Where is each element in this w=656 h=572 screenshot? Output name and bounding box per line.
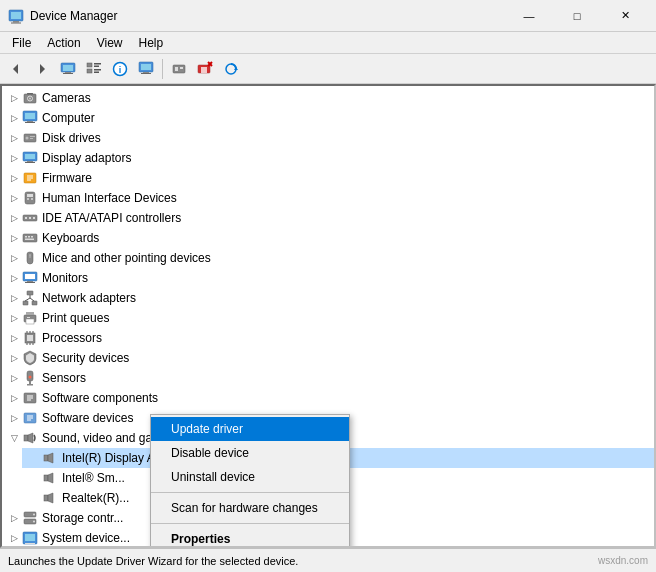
tree-item-sensors[interactable]: ▷ Sensors	[2, 368, 654, 388]
expander-ide[interactable]: ▷	[6, 210, 22, 226]
context-menu: Update driver Disable device Uninstall d…	[150, 414, 350, 548]
minimize-button[interactable]: —	[506, 0, 552, 32]
expander-sound[interactable]: ▽	[6, 430, 22, 446]
menu-file[interactable]: File	[4, 34, 39, 52]
tree-item-monitors[interactable]: ▷ Monitors	[2, 268, 654, 288]
display-label: Display adaptors	[42, 151, 131, 165]
svg-point-113	[33, 521, 35, 523]
svg-rect-36	[27, 93, 33, 95]
ctx-uninstall-device[interactable]: Uninstall device	[151, 465, 349, 489]
svg-point-93	[29, 376, 32, 379]
device-manager-icon	[8, 8, 24, 24]
svg-rect-60	[33, 217, 35, 219]
tree-item-firmware[interactable]: ▷ Firmware	[2, 168, 654, 188]
menu-view[interactable]: View	[89, 34, 131, 52]
tree-item-keyboards[interactable]: ▷ Keyboards	[2, 228, 654, 248]
svg-rect-116	[25, 543, 35, 544]
menu-help[interactable]: Help	[131, 34, 172, 52]
svg-rect-44	[30, 138, 33, 139]
svg-rect-11	[94, 63, 101, 65]
expander-cameras[interactable]: ▷	[6, 90, 22, 106]
computer-icon-btn[interactable]	[56, 57, 80, 81]
expander-system[interactable]: ▷	[6, 530, 22, 546]
info-icon-btn[interactable]: i	[108, 57, 132, 81]
storage-label: Storage contr...	[42, 511, 123, 525]
expander-print[interactable]: ▷	[6, 310, 22, 326]
svg-text:i: i	[119, 65, 122, 75]
svg-rect-20	[143, 72, 149, 73]
software-components-label: Software components	[42, 391, 158, 405]
maximize-button[interactable]: □	[554, 0, 600, 32]
tree-item-cameras[interactable]: ▷ Cameras	[2, 88, 654, 108]
svg-rect-10	[87, 63, 92, 67]
back-button[interactable]	[4, 57, 28, 81]
ide-label: IDE ATA/ATAPI controllers	[42, 211, 181, 225]
tree-item-ide[interactable]: ▷ IDE ATA/ATAPI controllers	[2, 208, 654, 228]
expander-mice[interactable]: ▷	[6, 250, 22, 266]
svg-marker-105	[48, 453, 53, 463]
processors-icon	[22, 330, 38, 346]
expander-security[interactable]: ▷	[6, 350, 22, 366]
expander-display[interactable]: ▷	[6, 150, 22, 166]
tree-item-processors[interactable]: ▷ Processors	[2, 328, 654, 348]
svg-rect-40	[25, 122, 35, 123]
ctx-properties[interactable]: Properties	[151, 527, 349, 548]
expander-network[interactable]: ▷	[6, 290, 22, 306]
svg-rect-80	[26, 319, 34, 324]
tree-item-network[interactable]: ▷ Network adapters	[2, 288, 654, 308]
svg-marker-4	[13, 64, 18, 74]
software-devices-label: Software devices	[42, 411, 133, 425]
tree-item-mice[interactable]: ▷ Mice and other pointing devices	[2, 248, 654, 268]
svg-point-67	[29, 255, 31, 257]
tree-item-software-components[interactable]: ▷ Software components	[2, 388, 654, 408]
expander-keyboards[interactable]: ▷	[6, 230, 22, 246]
tree-item-display[interactable]: ▷ Display adaptors	[2, 148, 654, 168]
expander-computer[interactable]: ▷	[6, 110, 22, 126]
svg-rect-12	[94, 65, 99, 67]
svg-rect-106	[44, 475, 48, 481]
svg-rect-38	[25, 113, 35, 119]
svg-rect-71	[25, 282, 35, 283]
view-icon-btn[interactable]	[82, 57, 106, 81]
tree-item-print[interactable]: ▷ Print queues	[2, 308, 654, 328]
ctx-disable-device[interactable]: Disable device	[151, 441, 349, 465]
svg-line-76	[25, 298, 30, 301]
expander-intel-sm	[26, 470, 42, 486]
tree-item-computer[interactable]: ▷ Computer	[2, 108, 654, 128]
expander-sensors[interactable]: ▷	[6, 370, 22, 386]
svg-point-112	[33, 514, 35, 516]
svg-point-35	[29, 98, 31, 100]
svg-rect-74	[32, 301, 37, 305]
expander-hid[interactable]: ▷	[6, 190, 22, 206]
tree-item-disk-drives[interactable]: ▷ Disk drives	[2, 128, 654, 148]
tree-item-security[interactable]: ▷ Security devices	[2, 348, 654, 368]
mice-icon	[22, 250, 38, 266]
ctx-update-driver[interactable]: Update driver	[151, 417, 349, 441]
hid-label: Human Interface Devices	[42, 191, 177, 205]
expander-software-components[interactable]: ▷	[6, 390, 22, 406]
expander-storage[interactable]: ▷	[6, 510, 22, 526]
menu-action[interactable]: Action	[39, 34, 88, 52]
remove-icon-btn[interactable]	[193, 57, 217, 81]
computer-label: Computer	[42, 111, 95, 125]
svg-rect-104	[44, 455, 48, 461]
driver-icon-btn[interactable]	[167, 57, 191, 81]
print-icon	[22, 310, 38, 326]
svg-rect-39	[27, 121, 33, 122]
expander-firmware[interactable]: ▷	[6, 170, 22, 186]
expander-disk-drives[interactable]: ▷	[6, 130, 22, 146]
expander-software-devices[interactable]: ▷	[6, 410, 22, 426]
scan-icon-btn[interactable]	[219, 57, 243, 81]
ctx-scan-hardware[interactable]: Scan for hardware changes	[151, 496, 349, 520]
svg-rect-54	[27, 194, 33, 197]
close-button[interactable]: ✕	[602, 0, 648, 32]
forward-button[interactable]	[30, 57, 54, 81]
expander-monitors[interactable]: ▷	[6, 270, 22, 286]
disk-drives-label: Disk drives	[42, 131, 101, 145]
firmware-icon	[22, 170, 38, 186]
keyboards-icon	[22, 230, 38, 246]
svg-rect-83	[27, 335, 33, 341]
monitor-icon-btn[interactable]	[134, 57, 158, 81]
tree-item-hid[interactable]: ▷ Human Interface Devices	[2, 188, 654, 208]
expander-processors[interactable]: ▷	[6, 330, 22, 346]
